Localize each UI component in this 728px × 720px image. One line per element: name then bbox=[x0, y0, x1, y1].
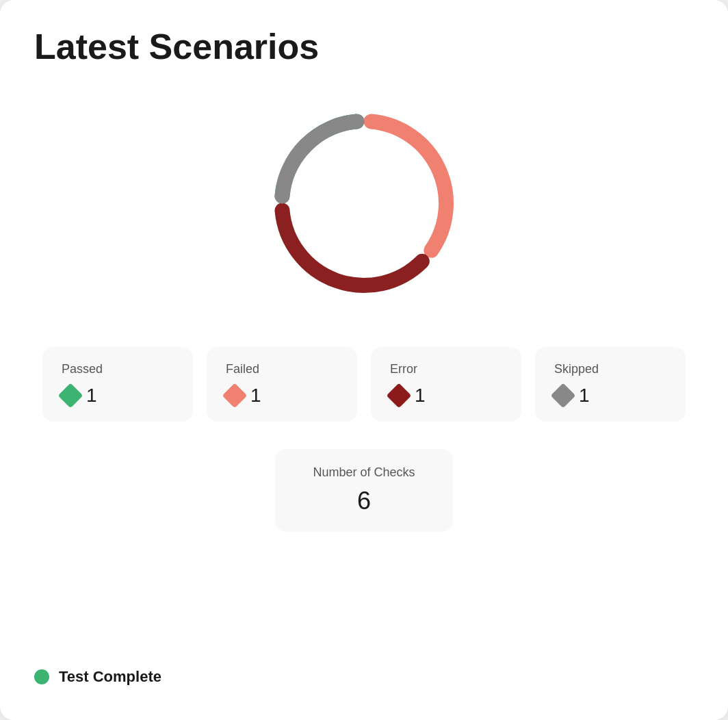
donut-chart-container bbox=[34, 94, 694, 313]
stat-failed: Failed 1 bbox=[207, 347, 357, 422]
donut-chart bbox=[255, 94, 473, 313]
status-text: Test Complete bbox=[59, 668, 161, 686]
main-card: Latest Scenarios Passed 1 Failed 1 Error… bbox=[0, 0, 728, 720]
stat-failed-label: Failed bbox=[226, 362, 338, 376]
donut-segment-skipped bbox=[282, 122, 356, 196]
skipped-icon bbox=[551, 383, 576, 409]
failed-icon bbox=[222, 383, 248, 409]
footer-status: Test Complete bbox=[34, 668, 161, 686]
stat-failed-value: 1 bbox=[226, 385, 338, 407]
page-title: Latest Scenarios bbox=[34, 27, 319, 66]
stat-error-label: Error bbox=[390, 362, 502, 376]
stat-error-value: 1 bbox=[390, 385, 502, 407]
stat-skipped: Skipped 1 bbox=[535, 347, 686, 422]
status-dot-icon bbox=[34, 669, 49, 684]
checks-label: Number of Checks bbox=[302, 465, 426, 480]
passed-icon bbox=[58, 383, 83, 409]
stat-passed: Passed 1 bbox=[42, 347, 193, 422]
donut-segment-error bbox=[282, 211, 421, 286]
stat-skipped-label: Skipped bbox=[554, 362, 666, 376]
stat-skipped-value: 1 bbox=[554, 385, 666, 407]
checks-card: Number of Checks 6 bbox=[275, 449, 453, 532]
stat-passed-value: 1 bbox=[62, 385, 174, 407]
donut-segment-failed bbox=[371, 122, 446, 250]
stat-error: Error 1 bbox=[371, 347, 521, 422]
stat-passed-label: Passed bbox=[62, 362, 174, 376]
error-icon bbox=[387, 383, 412, 409]
checks-value: 6 bbox=[302, 487, 426, 515]
stats-row: Passed 1 Failed 1 Error 1 Skipped 1 bbox=[34, 347, 694, 422]
